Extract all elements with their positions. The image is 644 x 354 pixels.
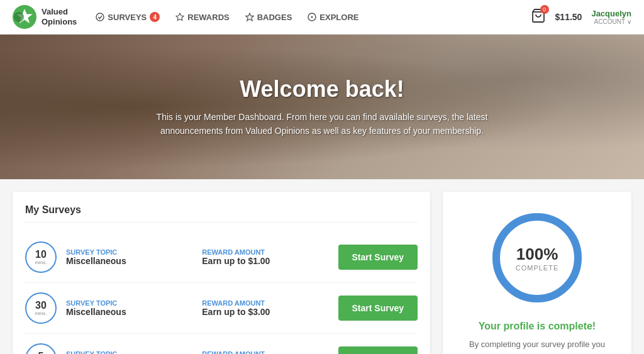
donut-complete-label: COMPLETE — [516, 264, 559, 272]
hero-subtitle: This is your Member Dashboard. From here… — [140, 110, 504, 138]
hero-banner: Welcome back! This is your Member Dashbo… — [0, 35, 644, 179]
profile-description: By completing your survey profile you in… — [455, 338, 619, 354]
topic-label-3: Survey Topic — [66, 350, 192, 354]
topic-value-1: Miscellaneous — [66, 256, 192, 266]
survey-info-2: Survey Topic Miscellaneous — [66, 299, 192, 317]
topic-label-2: Survey Topic — [66, 299, 192, 307]
surveys-title: My Surveys — [25, 204, 418, 223]
profile-panel: 100% COMPLETE Your profile is complete! … — [443, 192, 631, 354]
logo-icon — [13, 5, 36, 29]
reward-value-2: Earn up to $3.00 — [202, 307, 328, 317]
profile-highlight: complete! — [548, 321, 596, 331]
navbar: Valued Opinions SURVEYS 4 REWARDS BADGES… — [0, 0, 644, 35]
hero-background — [0, 35, 644, 179]
nav-right: 0 $11.50 Jacquelyn ACCOUNT ∨ — [531, 8, 631, 26]
survey-row: 30 mins. Survey Topic Miscellaneous Rewa… — [25, 283, 418, 334]
nav-links: SURVEYS 4 REWARDS BADGES EXPLORE — [96, 12, 530, 22]
reward-area-2: Reward Amount Earn up to $3.00 — [202, 299, 328, 317]
rewards-icon — [175, 13, 184, 21]
badges-icon — [245, 13, 254, 21]
time-label-1: mins. — [35, 260, 47, 265]
profile-donut: 100% COMPLETE — [487, 207, 587, 308]
start-survey-button-2[interactable]: Start Survey — [338, 296, 418, 321]
time-circle-3: 5 mins. — [25, 343, 57, 354]
explore-icon — [308, 13, 316, 21]
start-survey-button-3[interactable]: Start Survey — [338, 346, 418, 354]
reward-label-1: Reward Amount — [202, 248, 328, 256]
survey-row: 10 mins. Survey Topic Miscellaneous Rewa… — [25, 232, 418, 283]
reward-label-3: Reward Amount — [202, 350, 328, 354]
svg-point-3 — [96, 13, 104, 21]
reward-area-3: Reward Amount Earn up to $1.00 — [202, 350, 328, 354]
time-circle-1: 10 mins. — [25, 241, 57, 273]
surveys-badge: 4 — [150, 12, 160, 22]
logo[interactable]: Valued Opinions — [13, 5, 77, 29]
logo-line1: Valued — [42, 7, 77, 17]
survey-info-1: Survey Topic Miscellaneous — [66, 248, 192, 266]
svg-marker-4 — [245, 13, 253, 21]
reward-area-1: Reward Amount Earn up to $1.00 — [202, 248, 328, 266]
topic-value-2: Miscellaneous — [66, 307, 192, 317]
nav-surveys[interactable]: SURVEYS 4 — [96, 12, 160, 22]
time-num-3: 5 — [38, 351, 44, 355]
time-label-2: mins. — [35, 311, 47, 316]
survey-row: 5 mins. Survey Topic Miscellaneous Rewar… — [25, 334, 418, 354]
account-label: ACCOUNT ∨ — [594, 18, 631, 25]
logo-line2: Opinions — [42, 17, 77, 27]
survey-info-3: Survey Topic Miscellaneous — [66, 350, 192, 354]
nav-explore[interactable]: EXPLORE — [308, 13, 358, 22]
time-circle-2: 30 mins. — [25, 292, 57, 324]
balance-display: $11.50 — [555, 12, 582, 22]
donut-percent: 100% — [516, 245, 558, 264]
hero-title: Welcome back! — [240, 76, 404, 102]
svg-point-2 — [14, 12, 24, 22]
cart-badge: 0 — [540, 5, 549, 14]
nav-rewards[interactable]: REWARDS — [175, 13, 229, 22]
nav-badges[interactable]: BADGES — [245, 13, 292, 22]
reward-value-1: Earn up to $1.00 — [202, 256, 328, 266]
start-survey-button-1[interactable]: Start Survey — [338, 245, 418, 270]
time-num-1: 10 — [35, 250, 47, 260]
svg-point-6 — [311, 16, 313, 18]
main-content: My Surveys 10 mins. Survey Topic Miscell… — [0, 179, 644, 354]
profile-title: Your profile is complete! — [479, 321, 596, 332]
reward-label-2: Reward Amount — [202, 299, 328, 307]
account-menu[interactable]: Jacquelyn ACCOUNT ∨ — [591, 9, 631, 25]
surveys-icon — [96, 13, 104, 21]
surveys-panel: My Surveys 10 mins. Survey Topic Miscell… — [13, 192, 430, 354]
cart-button[interactable]: 0 — [531, 8, 546, 26]
topic-label-1: Survey Topic — [66, 248, 192, 256]
account-name: Jacquelyn — [591, 9, 631, 18]
time-num-2: 30 — [35, 301, 47, 311]
